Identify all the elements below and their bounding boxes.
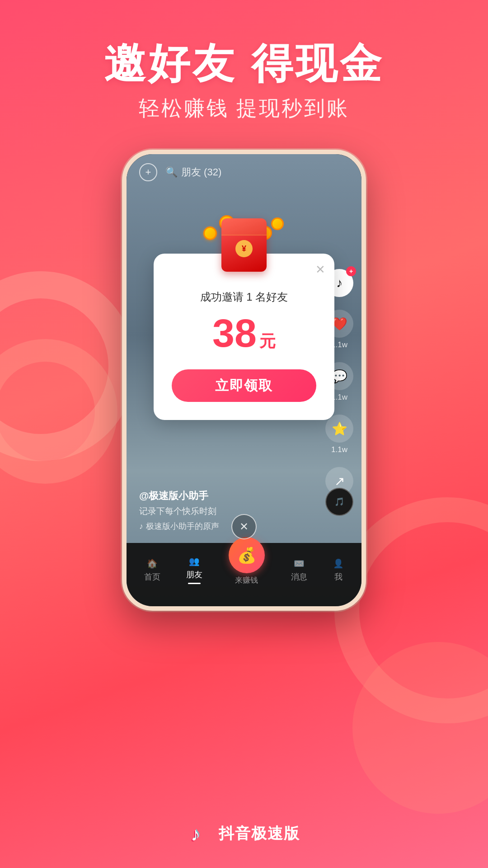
video-music: ♪ 极速版小助手的原声 [139,521,219,532]
add-button[interactable]: + [139,163,157,181]
music-name: 极速版小助手的原声 [146,521,219,532]
sub-title: 轻松赚钱 提现秒到账 [104,94,384,123]
x-icon: ✕ [239,520,249,533]
header-section: 邀好友 得现金 轻松赚钱 提现秒到账 [104,0,384,123]
nav-home[interactable]: 🏠 首页 [144,558,160,582]
reward-popup: ¥ ✕ 成功邀请 1 名好友 38元 立即领取 [154,254,334,420]
popup-subtitle: 成功邀请 1 名好友 [172,290,316,304]
nav-messages-label: 消息 [291,571,307,582]
bottom-branding: ♪ ♪ ♪ 抖音极速版 [0,822,488,845]
svg-text:♪: ♪ [191,824,200,845]
phone-frame: + 🔍 朋友 (32) [122,150,366,611]
home-icon: 🏠 [147,558,158,569]
nav-active-indicator [188,583,201,584]
brand-name: 抖音极速版 [219,823,300,844]
bottom-nav: 🏠 首页 👥 朋友 💰 来赚钱 ✉️ 消息 [127,543,361,606]
popup-amount: 38 [212,311,257,355]
friends-icon: 👥 [189,556,200,566]
coin-1 [203,226,217,240]
coin-5 [271,217,284,230]
nav-messages[interactable]: ✉️ 消息 [291,558,307,582]
reward-decoration: ¥ [199,222,289,272]
video-desc: 记录下每个快乐时刻 [139,505,219,517]
music-note-icon: 🎵 [334,497,344,507]
nav-home-label: 首页 [144,571,160,582]
plus-icon: + [145,166,151,178]
star-count: 1.1w [331,445,347,454]
popup-close-button[interactable]: ✕ [315,263,325,277]
nav-profile-label: 我 [334,571,343,582]
messages-icon: ✉️ [294,558,305,569]
star-icon: ⭐ [325,415,353,443]
profile-icon: 👤 [333,558,344,569]
search-area[interactable]: 🔍 朋友 (32) [165,165,221,179]
search-label: 朋友 (32) [181,165,221,179]
search-icon: 🔍 [165,166,178,178]
nav-friends-label: 朋友 [186,569,202,580]
phone-topbar: + 🔍 朋友 (32) [127,154,361,190]
main-title: 邀好友 得现金 [104,41,384,86]
earn-icon: 💰 [229,537,265,573]
nav-earn[interactable]: 💰 来赚钱 [229,537,265,585]
nav-profile[interactable]: 👤 我 [333,558,344,582]
star-icon-item[interactable]: ⭐ 1.1w [325,415,353,454]
claim-button[interactable]: 立即领取 [172,369,316,402]
nav-earn-label: 来赚钱 [235,575,258,585]
popup-unit: 元 [259,332,276,350]
video-user: @极速版小助手 [139,489,219,503]
background: 邀好友 得现金 轻松赚钱 提现秒到账 + 🔍 朋友 (32) [0,0,488,868]
app-logo: ♪ ♪ ♪ [188,822,211,845]
dismiss-button[interactable]: ✕ [231,514,257,539]
red-envelope: ¥ [221,218,267,272]
phone-mockup: + 🔍 朋友 (32) [122,150,366,611]
popup-amount-row: 38元 [172,313,316,353]
video-info: @极速版小助手 记录下每个快乐时刻 ♪ 极速版小助手的原声 [139,489,219,532]
music-disc[interactable]: 🎵 [325,488,353,516]
nav-friends[interactable]: 👥 朋友 [186,556,202,584]
music-icon: ♪ [139,522,143,531]
